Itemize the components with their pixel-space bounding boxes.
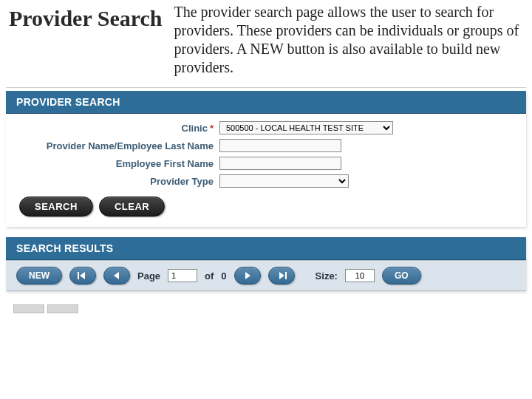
provider-search-panel: PROVIDER SEARCH Clinic* 500500 - LOCAL H… <box>6 91 526 227</box>
svg-marker-4 <box>279 272 284 279</box>
label-clinic: Clinic* <box>16 123 219 134</box>
first-page-icon <box>78 272 88 279</box>
next-page-icon <box>242 272 253 279</box>
prev-page-icon <box>112 272 122 279</box>
size-input[interactable] <box>345 269 375 282</box>
tab-stub-1 <box>13 304 44 313</box>
svg-rect-5 <box>285 272 287 279</box>
next-page-button[interactable] <box>234 267 261 284</box>
select-provider-type[interactable] <box>219 174 349 188</box>
clear-button[interactable]: CLEAR <box>99 197 165 216</box>
search-results-header: SEARCH RESULTS <box>6 237 526 260</box>
required-mark: * <box>210 123 214 134</box>
of-label: of <box>205 270 214 282</box>
size-label: Size: <box>316 270 338 282</box>
input-provider-name[interactable] <box>219 139 341 152</box>
row-first-name: Employee First Name <box>16 157 516 170</box>
label-first-name: Employee First Name <box>16 158 219 169</box>
input-first-name[interactable] <box>219 157 341 170</box>
bottom-tabs <box>6 301 526 313</box>
svg-rect-0 <box>78 272 79 279</box>
page-label: Page <box>137 270 160 282</box>
pager-bar: NEW Page of 0 <box>6 260 526 291</box>
app-screenshot: PROVIDER SEARCH Clinic* 500500 - LOCAL H… <box>6 87 526 313</box>
row-clinic: Clinic* 500500 - LOCAL HEALTH TEST SITE <box>16 121 516 134</box>
tab-stub-2 <box>47 304 78 313</box>
slide-description: The provider search page allows the user… <box>174 0 523 77</box>
slide-title: Provider Search <box>9 0 162 30</box>
search-results-panel: SEARCH RESULTS NEW Page of 0 <box>6 237 526 291</box>
go-button[interactable]: GO <box>382 267 421 284</box>
svg-marker-1 <box>80 272 85 279</box>
page-input[interactable] <box>168 269 197 282</box>
svg-marker-2 <box>114 272 119 279</box>
label-provider-name: Provider Name/Employee Last Name <box>16 140 219 151</box>
label-provider-type: Provider Type <box>16 176 219 187</box>
first-page-button[interactable] <box>69 267 96 284</box>
select-clinic[interactable]: 500500 - LOCAL HEALTH TEST SITE <box>219 121 393 134</box>
row-provider-name: Provider Name/Employee Last Name <box>16 139 516 152</box>
prev-page-button[interactable] <box>103 267 130 284</box>
total-pages: 0 <box>221 270 226 282</box>
last-page-button[interactable] <box>268 267 295 284</box>
svg-marker-3 <box>245 272 250 279</box>
search-button[interactable]: SEARCH <box>19 197 93 216</box>
row-provider-type: Provider Type <box>16 174 516 188</box>
last-page-icon <box>276 272 287 279</box>
provider-search-header: PROVIDER SEARCH <box>6 91 526 114</box>
new-button[interactable]: NEW <box>16 267 62 284</box>
